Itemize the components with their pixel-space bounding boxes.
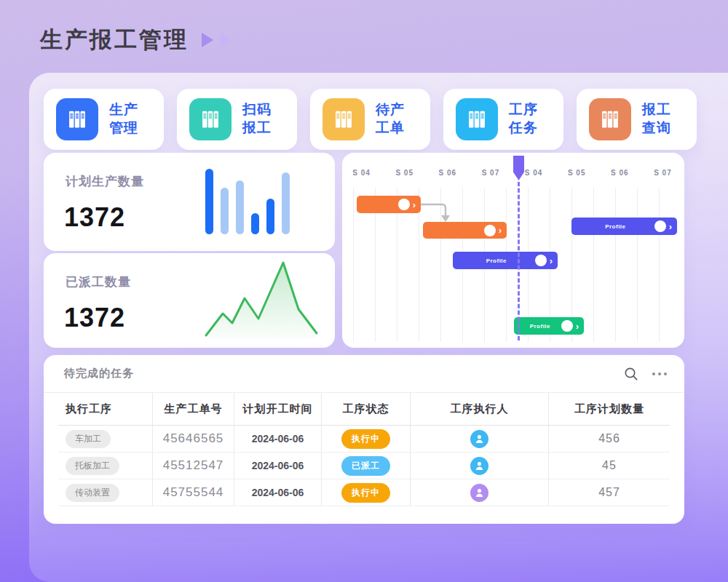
books-icon [332, 108, 355, 131]
nav-icon-tile [589, 98, 631, 140]
avatar-dot [654, 220, 666, 232]
bar [266, 199, 274, 234]
order-number-cell: 45755544 [153, 479, 234, 506]
chevron-right-icon: › [669, 222, 672, 231]
search-icon[interactable] [623, 366, 639, 382]
status-badge: 已派工 [341, 456, 390, 476]
avatar-dot [535, 255, 547, 266]
planned-qty-cell: 456 [549, 426, 670, 452]
gantt-tick-label: S 05 [555, 169, 598, 177]
order-number-cell: 45646565 [153, 426, 234, 452]
person-icon [470, 457, 488, 475]
chevron-right-icon: › [576, 322, 579, 331]
tasks-actions [623, 366, 667, 382]
nav-card-0[interactable]: 生产管理 [44, 89, 164, 150]
play-arrow-icon [202, 33, 213, 47]
gantt-tick-label: S 06 [426, 169, 469, 177]
gantt-bar-label: Profile [577, 223, 654, 230]
gantt-timeline: S 04S 05S 06S 07S 04S 05S 06S 07 [340, 169, 684, 177]
gantt-bar-1[interactable]: › [423, 222, 507, 239]
executor-cell [411, 479, 549, 506]
play-arrow-icon [221, 33, 232, 47]
gantt-bar-label: Profile [519, 323, 561, 330]
planned-qty-cell: 45 [549, 453, 670, 479]
gantt-bar-3[interactable]: Profile › [453, 252, 558, 269]
bar [282, 172, 290, 234]
today-marker-line [518, 182, 520, 340]
main-panel: 生产管理 扫码报工 待产工单 工序任务 报工查询 计划生产数量 1372 已派工… [29, 73, 728, 582]
status-cell: 已派工 [322, 453, 411, 479]
planned-qty-cell: 457 [549, 479, 670, 506]
avatar-dot [561, 320, 573, 332]
page-title: 生产报工管理 [40, 25, 189, 55]
status-badge: 执行中 [341, 483, 390, 503]
process-badge: 托板加工 [66, 457, 119, 475]
chevron-right-icon: › [550, 256, 553, 266]
nav-label: 扫码报工 [242, 101, 272, 137]
process-badge: 传动装置 [66, 484, 119, 502]
books-icon [66, 108, 89, 131]
process-cell: 传动装置 [58, 479, 153, 506]
dispatched-quantity-card: 已派工数量 1372 [44, 253, 335, 348]
books-icon [465, 108, 488, 131]
column-header: 工序状态 [322, 393, 411, 425]
nav-card-3[interactable]: 工序任务 [443, 89, 563, 150]
gantt-bar-0[interactable]: › [357, 196, 421, 213]
nav-icon-tile [456, 98, 498, 140]
ellipsis-icon[interactable] [652, 372, 667, 375]
column-header: 生产工单号 [153, 393, 234, 425]
gantt-bar-2[interactable]: Profile › [571, 218, 677, 235]
stat-value: 1372 [64, 202, 125, 233]
gantt-tick-label: S 07 [469, 169, 512, 177]
nav-label: 生产管理 [109, 101, 138, 137]
status-badge: 执行中 [341, 429, 390, 449]
avatar-dot [484, 225, 496, 236]
mini-bar-chart [205, 169, 290, 234]
nav-card-1[interactable]: 扫码报工 [177, 89, 297, 150]
nav-label: 报工查询 [642, 101, 671, 137]
bar [251, 213, 259, 234]
books-icon [199, 108, 222, 131]
bar [236, 180, 244, 234]
nav-card-2[interactable]: 待产工单 [310, 89, 430, 150]
column-header: 工序执行人 [411, 393, 549, 425]
executor-cell [411, 453, 549, 479]
stat-value: 1372 [64, 303, 125, 333]
order-number-cell: 45512547 [153, 453, 234, 479]
chevron-right-icon: › [499, 226, 502, 235]
nav-icon-tile [56, 98, 98, 140]
person-icon [470, 484, 488, 502]
gantt-chart-card: S 04S 05S 06S 07S 04S 05S 06S 07 › › Pro… [342, 153, 684, 348]
nav-card-4[interactable]: 报工查询 [577, 89, 697, 150]
chevron-right-icon: › [413, 200, 416, 210]
stat-title: 计划生产数量 [66, 173, 144, 190]
gantt-bar-label: Profile [458, 258, 535, 264]
start-date-cell: 2024-06-06 [234, 453, 322, 479]
gantt-bar-4[interactable]: Profile › [514, 317, 584, 335]
start-date-cell: 2024-06-06 [234, 479, 322, 506]
production-report-dashboard: 生产报工管理 生产管理 扫码报工 待产工单 工序任务 报工查询 计划生产数量 1… [0, 0, 728, 582]
gantt-tick-label: S 06 [598, 169, 641, 177]
status-cell: 执行中 [322, 426, 411, 452]
gantt-tick-label: S 05 [383, 169, 426, 177]
bar [205, 169, 213, 234]
person-icon [470, 430, 488, 448]
pending-tasks-card: 待完成的任务 执行工序生产工单号计划开工时间工序状态工序执行人工序计划数量 车加… [44, 355, 684, 524]
column-header: 工序计划数量 [549, 393, 670, 425]
gantt-tick-label: S 04 [340, 169, 383, 177]
table-row[interactable]: 车加工 45646565 2024-06-06 执行中 456 [58, 426, 670, 453]
nav-label: 工序任务 [509, 101, 538, 137]
bar [221, 188, 229, 234]
process-cell: 车加工 [58, 426, 153, 452]
executor-cell [411, 426, 549, 452]
planned-quantity-card: 计划生产数量 1372 [44, 153, 335, 251]
gantt-tick-label: S 07 [641, 169, 684, 177]
process-badge: 车加工 [66, 430, 111, 448]
nav-icon-tile [189, 98, 232, 140]
table-header-row: 执行工序生产工单号计划开工时间工序状态工序执行人工序计划数量 [58, 393, 670, 426]
table-row[interactable]: 托板加工 45512547 2024-06-06 已派工 45 [58, 453, 670, 479]
tasks-card-header: 待完成的任务 [44, 355, 684, 393]
nav-icon-tile [323, 98, 365, 140]
status-cell: 执行中 [322, 479, 411, 506]
table-row[interactable]: 传动装置 45755544 2024-06-06 执行中 457 [58, 479, 670, 506]
